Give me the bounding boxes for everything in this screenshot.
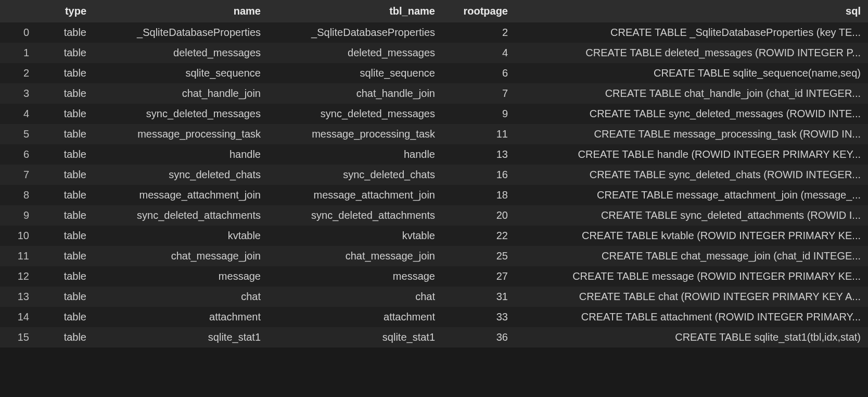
cell-sql: CREATE TABLE deleted_messages (ROWID INT… [515,43,868,63]
cell-rootpage: 11 [442,124,515,144]
cell-tbl-name: chat [268,287,442,307]
cell-rootpage: 7 [442,83,515,104]
cell-type: table [36,205,94,226]
cell-tbl-name: message_processing_task [268,124,442,144]
cell-rootpage: 31 [442,287,515,307]
cell-sql: CREATE TABLE sync_deleted_messages (ROWI… [515,104,868,124]
table-row[interactable]: 14tableattachmentattachment33CREATE TABL… [0,307,868,327]
table-header-row: type name tbl_name rootpage sql [0,0,868,22]
cell-type: table [36,307,94,327]
table-row[interactable]: 4tablesync_deleted_messagessync_deleted_… [0,104,868,124]
cell-type: table [36,266,94,287]
cell-tbl-name: message [268,266,442,287]
cell-index: 3 [0,83,36,104]
cell-name: handle [94,144,268,165]
cell-tbl-name: deleted_messages [268,43,442,63]
table-row[interactable]: 6tablehandlehandle13CREATE TABLE handle … [0,144,868,165]
cell-rootpage: 13 [442,144,515,165]
col-header-name[interactable]: name [94,0,268,22]
cell-type: table [36,104,94,124]
cell-index: 13 [0,287,36,307]
cell-tbl-name: _SqliteDatabaseProperties [268,22,442,43]
cell-index: 5 [0,124,36,144]
cell-name: message [94,266,268,287]
cell-sql: CREATE TABLE attachment (ROWID INTEGER P… [515,307,868,327]
cell-name: sqlite_stat1 [94,327,268,348]
cell-name: message_attachment_join [94,185,268,205]
cell-name: deleted_messages [94,43,268,63]
cell-type: table [36,226,94,246]
cell-sql: CREATE TABLE chat_handle_join (chat_id I… [515,83,868,104]
cell-name: chat [94,287,268,307]
cell-name: sqlite_sequence [94,63,268,83]
cell-index: 2 [0,63,36,83]
cell-tbl-name: handle [268,144,442,165]
cell-rootpage: 25 [442,246,515,266]
table-row[interactable]: 0table_SqliteDatabaseProperties_SqliteDa… [0,22,868,43]
cell-tbl-name: sqlite_sequence [268,63,442,83]
cell-index: 11 [0,246,36,266]
cell-sql: CREATE TABLE kvtable (ROWID INTEGER PRIM… [515,226,868,246]
cell-index: 14 [0,307,36,327]
cell-rootpage: 6 [442,63,515,83]
cell-sql: CREATE TABLE chat (ROWID INTEGER PRIMARY… [515,287,868,307]
table-row[interactable]: 13tablechatchat31CREATE TABLE chat (ROWI… [0,287,868,307]
col-header-index[interactable] [0,0,36,22]
cell-rootpage: 9 [442,104,515,124]
cell-tbl-name: sync_deleted_chats [268,165,442,185]
cell-sql: CREATE TABLE message (ROWID INTEGER PRIM… [515,266,868,287]
col-header-rootpage[interactable]: rootpage [442,0,515,22]
cell-type: table [36,287,94,307]
cell-sql: CREATE TABLE chat_message_join (chat_id … [515,246,868,266]
table-row[interactable]: 3tablechat_handle_joinchat_handle_join7C… [0,83,868,104]
cell-name: sync_deleted_chats [94,165,268,185]
cell-type: table [36,165,94,185]
cell-name: sync_deleted_attachments [94,205,268,226]
table-row[interactable]: 10tablekvtablekvtable22CREATE TABLE kvta… [0,226,868,246]
cell-tbl-name: sync_deleted_attachments [268,205,442,226]
table-row[interactable]: 7tablesync_deleted_chatssync_deleted_cha… [0,165,868,185]
cell-tbl-name: kvtable [268,226,442,246]
cell-rootpage: 27 [442,266,515,287]
table-row[interactable]: 1tabledeleted_messagesdeleted_messages4C… [0,43,868,63]
cell-index: 10 [0,226,36,246]
table-row[interactable]: 5tablemessage_processing_taskmessage_pro… [0,124,868,144]
cell-type: table [36,246,94,266]
col-header-sql[interactable]: sql [515,0,868,22]
cell-sql: CREATE TABLE message_attachment_join (me… [515,185,868,205]
cell-index: 6 [0,144,36,165]
cell-rootpage: 4 [442,43,515,63]
cell-type: table [36,43,94,63]
cell-rootpage: 20 [442,205,515,226]
table-row[interactable]: 2tablesqlite_sequencesqlite_sequence6CRE… [0,63,868,83]
table-row[interactable]: 15tablesqlite_stat1sqlite_stat136CREATE … [0,327,868,348]
table-row[interactable]: 8tablemessage_attachment_joinmessage_att… [0,185,868,205]
cell-type: table [36,124,94,144]
table-body: 0table_SqliteDatabaseProperties_SqliteDa… [0,22,868,348]
cell-sql: CREATE TABLE sqlite_sequence(name,seq) [515,63,868,83]
cell-rootpage: 2 [442,22,515,43]
cell-type: table [36,83,94,104]
cell-name: attachment [94,307,268,327]
cell-rootpage: 16 [442,165,515,185]
col-header-type[interactable]: type [36,0,94,22]
cell-index: 0 [0,22,36,43]
col-header-tbl-name[interactable]: tbl_name [268,0,442,22]
table-row[interactable]: 9tablesync_deleted_attachmentssync_delet… [0,205,868,226]
table-row[interactable]: 12tablemessagemessage27CREATE TABLE mess… [0,266,868,287]
table-row[interactable]: 11tablechat_message_joinchat_message_joi… [0,246,868,266]
cell-sql: CREATE TABLE _SqliteDatabaseProperties (… [515,22,868,43]
schema-table: type name tbl_name rootpage sql 0table_S… [0,0,868,348]
cell-index: 1 [0,43,36,63]
cell-sql: CREATE TABLE message_processing_task (RO… [515,124,868,144]
cell-tbl-name: sqlite_stat1 [268,327,442,348]
cell-name: kvtable [94,226,268,246]
cell-name: chat_handle_join [94,83,268,104]
cell-name: _SqliteDatabaseProperties [94,22,268,43]
cell-tbl-name: chat_message_join [268,246,442,266]
cell-name: chat_message_join [94,246,268,266]
cell-index: 8 [0,185,36,205]
cell-index: 15 [0,327,36,348]
cell-type: table [36,144,94,165]
cell-index: 12 [0,266,36,287]
